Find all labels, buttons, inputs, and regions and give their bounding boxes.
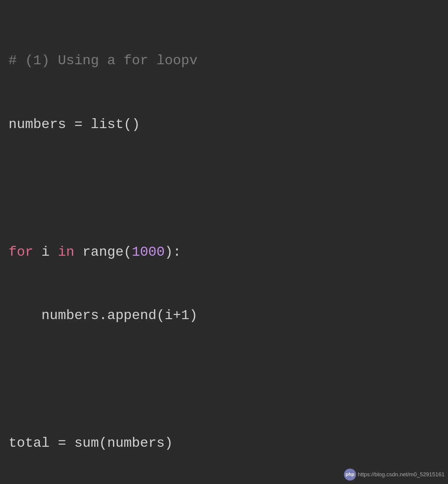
section1-blank — [9, 178, 439, 199]
section1-for-line: for i in range(1000): — [9, 242, 439, 263]
section1-append-line: numbers.append(i+1) — [9, 305, 439, 326]
watermark: php https://blog.csdn.net/m0_52915161 — [344, 469, 445, 481]
code-editor: # (1) Using a for loopv numbers = list()… — [0, 0, 448, 484]
section1-numbers-line: numbers = list() — [9, 114, 439, 135]
php-badge: php — [344, 469, 356, 481]
section1-total-line: total = sum(numbers) — [9, 433, 439, 454]
watermark-text: https://blog.csdn.net/m0_52915161 — [358, 470, 445, 479]
section1-comment: # (1) Using a for loopv — [9, 50, 439, 72]
section1-blank2 — [9, 369, 439, 390]
